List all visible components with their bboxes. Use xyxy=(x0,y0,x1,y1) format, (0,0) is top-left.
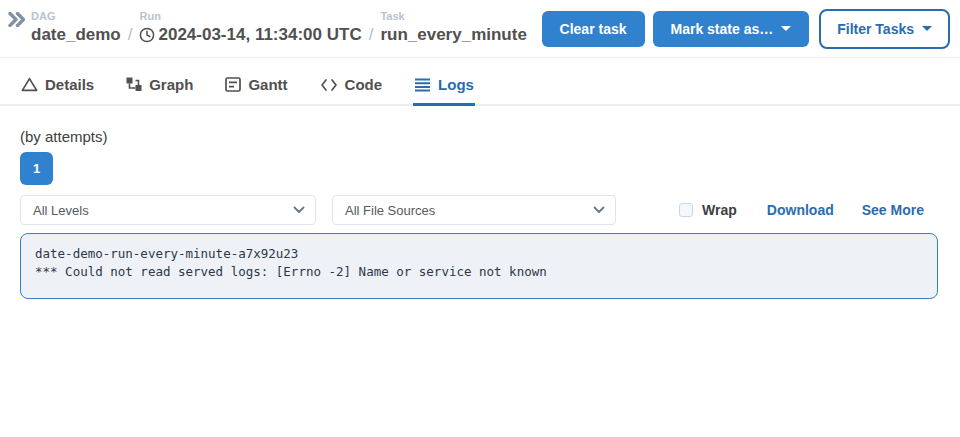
task-name[interactable]: run_every_minute xyxy=(380,23,526,47)
tab-graph[interactable]: Graph xyxy=(125,72,194,106)
double-chevron-right-icon xyxy=(8,12,25,27)
mark-state-as-dropdown[interactable]: Mark state as… xyxy=(653,11,810,47)
gantt-chart-icon xyxy=(225,77,241,92)
breadcrumb-dag: DAG date_demo xyxy=(31,10,121,47)
chevron-down-icon xyxy=(293,206,305,214)
tab-logs[interactable]: Logs xyxy=(413,72,475,106)
tab-bar: Details Graph Gantt Code Logs xyxy=(0,58,960,106)
graph-nodes-icon xyxy=(126,77,142,92)
attempt-1-button[interactable]: 1 xyxy=(20,152,53,185)
tab-code[interactable]: Code xyxy=(319,72,384,106)
log-line: date-demo-run-every-minute-a7x92u23 xyxy=(35,245,923,263)
header-actions: Clear task Mark state as… Filter Tasks xyxy=(542,9,952,49)
dag-name[interactable]: date_demo xyxy=(31,23,121,47)
file-source-select[interactable]: All File Sources xyxy=(332,195,616,225)
log-output-box[interactable]: date-demo-run-every-minute-a7x92u23 *** … xyxy=(20,233,938,299)
caret-down-icon xyxy=(781,26,791,31)
run-label: Run xyxy=(139,10,361,23)
tab-gantt[interactable]: Gantt xyxy=(224,72,288,106)
run-value[interactable]: 2024-03-14, 11:34:00 UTC xyxy=(139,23,361,47)
dag-label: DAG xyxy=(31,10,121,23)
task-label: Task xyxy=(380,10,526,23)
wrap-label: Wrap xyxy=(702,202,737,218)
see-more-link[interactable]: See More xyxy=(862,202,924,218)
breadcrumb-run: Run 2024-03-14, 11:34:00 UTC xyxy=(139,10,361,47)
log-level-select[interactable]: All Levels xyxy=(20,195,316,225)
log-filter-row: All Levels All File Sources Wrap Downloa… xyxy=(20,195,940,225)
tab-details[interactable]: Details xyxy=(20,72,95,106)
collapse-sidebar-button[interactable] xyxy=(6,10,27,32)
breadcrumb-task: Task run_every_minute xyxy=(380,10,526,47)
logs-panel: (by attempts) 1 All Levels All File Sour… xyxy=(0,106,960,319)
clock-icon xyxy=(139,27,155,43)
breadcrumb-separator: / xyxy=(369,23,374,47)
wrap-toggle[interactable]: Wrap xyxy=(679,202,737,218)
filter-tasks-dropdown[interactable]: Filter Tasks xyxy=(819,9,950,49)
run-timestamp: 2024-03-14, 11:34:00 UTC xyxy=(158,23,361,47)
breadcrumb-separator: / xyxy=(128,23,133,47)
chevron-down-icon xyxy=(593,206,605,214)
wrap-checkbox[interactable] xyxy=(679,203,693,217)
download-link[interactable]: Download xyxy=(767,202,834,218)
log-lines-icon xyxy=(414,78,431,92)
by-attempts-label: (by attempts) xyxy=(20,128,940,145)
caret-down-icon xyxy=(922,26,932,31)
clear-task-button[interactable]: Clear task xyxy=(542,11,645,47)
warning-triangle-icon xyxy=(21,77,38,92)
log-line: *** Could not read served logs: [Errno -… xyxy=(35,263,923,281)
header: DAG date_demo / Run 2024-03-14, 11:34:00… xyxy=(0,0,960,58)
code-brackets-icon xyxy=(320,78,338,92)
log-actions: Wrap Download See More xyxy=(679,202,940,218)
breadcrumb: DAG date_demo / Run 2024-03-14, 11:34:00… xyxy=(31,10,527,47)
